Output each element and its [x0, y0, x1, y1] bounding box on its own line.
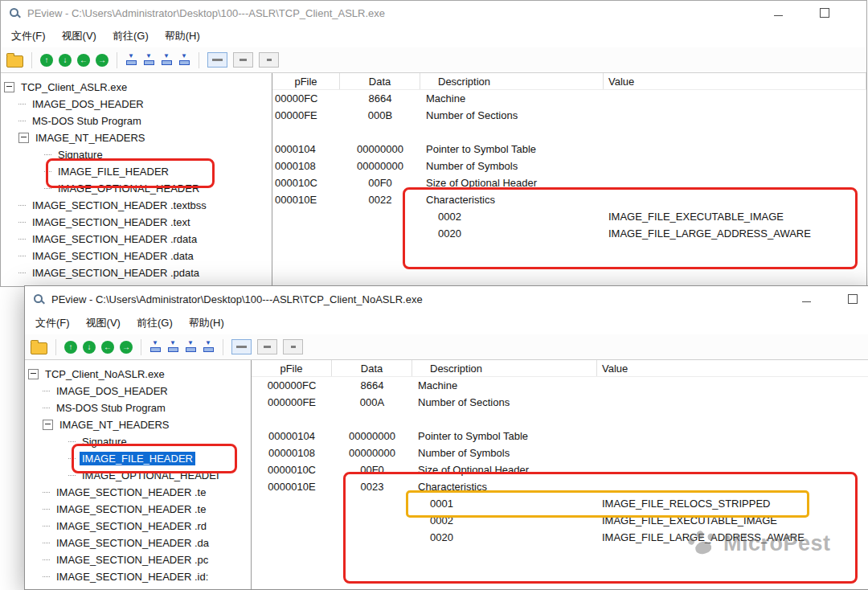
table-row[interactable]: 0002IMAGE_FILE_EXECUTABLE_IMAGE — [272, 208, 866, 225]
format-byte-button[interactable] — [207, 52, 227, 68]
column-header-value[interactable]: Value — [597, 360, 868, 376]
title-bar[interactable]: PEview - C:\Users\Administrator\Desktop\… — [1, 1, 866, 25]
table-row[interactable] — [272, 124, 866, 141]
minimize-button[interactable] — [802, 295, 811, 304]
nav-back-icon[interactable]: ← — [101, 341, 114, 354]
nav-forward-icon[interactable]: → — [96, 54, 108, 67]
table-row[interactable]: 00000FE000BNumber of Sections — [272, 107, 866, 124]
menu-help[interactable]: 帮助(H) — [189, 316, 224, 330]
nav-down-icon[interactable]: ↓ — [59, 54, 72, 67]
format-dword-button[interactable] — [259, 52, 279, 68]
tree-item[interactable]: TCP_Client_ASLR.exe — [1, 79, 272, 96]
tree-item[interactable]: IMAGE_SECTION_HEADER .da — [25, 535, 251, 551]
table-row[interactable]: 0000010E0023Characteristics — [252, 478, 868, 495]
tree-item[interactable]: IMAGE_OPTIONAL_HEADEI — [25, 467, 251, 484]
column-header-description[interactable]: Description — [412, 360, 597, 376]
format-byte-button[interactable] — [231, 339, 252, 354]
format-word-button[interactable] — [233, 52, 253, 68]
column-header-description[interactable]: Description — [420, 73, 604, 89]
open-file-icon[interactable] — [6, 55, 23, 68]
table-row[interactable]: 00000FC8664Machine — [272, 90, 866, 107]
menu-file[interactable]: 文件(F) — [35, 316, 70, 330]
maximize-button[interactable] — [848, 294, 858, 304]
tree-item[interactable]: IMAGE_NT_HEADERS — [25, 416, 251, 433]
table-row[interactable]: 000000FC8664Machine — [252, 377, 868, 394]
tree-item[interactable]: Signature — [1, 146, 272, 163]
table-cell: 00000000 — [340, 143, 420, 155]
tree-item[interactable]: IMAGE_DOS_HEADER — [25, 383, 251, 399]
tree-item[interactable]: MS-DOS Stub Program — [1, 113, 272, 129]
toolbar-separator — [117, 52, 117, 68]
view-option-3-icon[interactable] — [161, 54, 173, 66]
table-row[interactable]: 000000FE000ANumber of Sections — [252, 394, 868, 411]
menu-view[interactable]: 视图(V) — [86, 316, 121, 330]
menu-help[interactable]: 帮助(H) — [165, 29, 200, 43]
nav-up-icon[interactable]: ↑ — [40, 54, 53, 67]
tree-item[interactable]: IMAGE_DOS_HEADER — [1, 96, 272, 113]
table-row[interactable]: 0020IMAGE_FILE_LARGE_ADDRESS_AWARE — [272, 225, 866, 242]
menu-go[interactable]: 前往(G) — [137, 316, 173, 330]
table-row[interactable]: 000010400000000Pointer to Symbol Table — [272, 141, 866, 158]
tree-item[interactable]: IMAGE_SECTION_HEADER .text — [1, 214, 272, 231]
menu-view[interactable]: 视图(V) — [62, 29, 96, 43]
table-row[interactable]: 0000010800000000Number of Symbols — [252, 445, 868, 461]
view-option-2-icon[interactable] — [143, 54, 155, 66]
column-header-value[interactable]: Value — [604, 73, 866, 89]
minimize-button[interactable] — [774, 9, 783, 18]
view-option-1-icon[interactable] — [149, 341, 162, 353]
column-header-pfile[interactable]: pFile — [252, 360, 332, 376]
nav-back-icon[interactable]: ← — [77, 54, 90, 67]
table-row[interactable] — [252, 411, 868, 428]
tree-item[interactable]: IMAGE_SECTION_HEADER .pc — [25, 551, 251, 568]
column-header-data[interactable]: Data — [340, 73, 420, 89]
view-option-1-icon[interactable] — [125, 54, 137, 66]
nav-down-icon[interactable]: ↓ — [83, 341, 96, 354]
column-header-data[interactable]: Data — [332, 360, 412, 376]
menu-go[interactable]: 前往(G) — [113, 29, 149, 43]
view-option-3-icon[interactable] — [185, 341, 197, 353]
view-option-4-icon[interactable] — [178, 54, 190, 66]
format-dword-button[interactable] — [283, 339, 303, 354]
format-word-button[interactable] — [257, 339, 277, 354]
table-row[interactable]: 0000010400000000Pointer to Symbol Table — [252, 428, 868, 445]
tree-item-label: IMAGE_DOS_HEADER — [30, 97, 146, 111]
tree-item[interactable]: IMAGE_SECTION_HEADER .id: — [25, 568, 251, 585]
table-row[interactable]: 0000010C00F0Size of Optional Header — [252, 461, 868, 478]
maximize-button[interactable] — [820, 8, 829, 18]
table-cell: 000B — [340, 109, 420, 121]
table-row[interactable]: 0002IMAGE_FILE_EXECUTABLE_IMAGE — [252, 512, 868, 529]
table-row[interactable]: 000010E0022Characteristics — [272, 191, 866, 208]
tree-item[interactable]: Signature — [25, 433, 251, 450]
tree-item[interactable]: IMAGE_SECTION_HEADER .pdata — [1, 264, 272, 281]
tree-item[interactable]: IMAGE_FILE_HEADER — [1, 163, 272, 180]
tree-item-label: IMAGE_SECTION_HEADER .te — [54, 486, 208, 499]
tree-item[interactable]: IMAGE_FILE_HEADER — [25, 450, 251, 467]
nav-up-icon[interactable]: ↑ — [64, 341, 77, 354]
tree-item[interactable]: IMAGE_SECTION_HEADER .te — [25, 501, 251, 518]
tree-item[interactable]: IMAGE_NT_HEADERS — [1, 129, 272, 146]
collapse-expander-icon[interactable] — [4, 82, 14, 92]
tree-item[interactable]: TCP_Client_NoASLR.exe — [25, 366, 251, 383]
view-option-2-icon[interactable] — [167, 341, 179, 353]
collapse-expander-icon[interactable] — [43, 420, 53, 430]
tree-item[interactable]: MS-DOS Stub Program — [25, 399, 251, 416]
tree-item[interactable]: IMAGE_SECTION_HEADER .te — [25, 484, 251, 501]
menu-file[interactable]: 文件(F) — [11, 29, 46, 43]
tree-item[interactable]: IMAGE_SECTION_HEADER .rdata — [1, 231, 272, 248]
table-row[interactable]: 000010C00F0Size of Optional Header — [272, 174, 866, 191]
tree-item[interactable]: IMAGE_OPTIONAL_HEADER — [1, 180, 272, 197]
tree-item[interactable]: IMAGE_SECTION_HEADER .data — [1, 248, 272, 264]
column-header-pfile[interactable]: pFile — [272, 73, 340, 89]
open-file-icon[interactable] — [31, 342, 47, 354]
table-row[interactable]: 0001IMAGE_FILE_RELOCS_STRIPPED — [252, 495, 868, 512]
tree-item[interactable]: IMAGE_SECTION_HEADER .rd — [25, 518, 251, 535]
nav-forward-icon[interactable]: → — [120, 341, 133, 354]
window-controls — [802, 294, 868, 304]
collapse-expander-icon[interactable] — [28, 369, 39, 379]
table-row[interactable]: 000010800000000Number of Symbols — [272, 158, 866, 174]
table-row[interactable]: 0020IMAGE_FILE_LARGE_ADDRESS_AWARE — [252, 529, 868, 546]
view-option-4-icon[interactable] — [203, 341, 215, 353]
tree-item[interactable]: IMAGE_SECTION_HEADER .textbss — [1, 197, 272, 214]
title-bar[interactable]: PEview - C:\Users\Administrator\Desktop\… — [25, 286, 868, 312]
collapse-expander-icon[interactable] — [18, 133, 29, 143]
